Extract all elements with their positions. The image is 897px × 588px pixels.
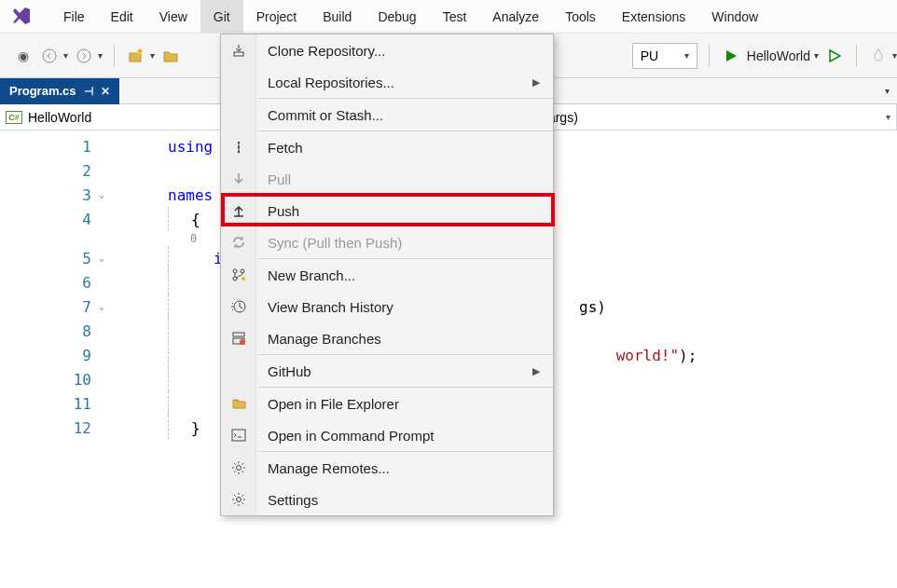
- svg-point-19: [237, 466, 242, 471]
- svg-point-10: [233, 269, 237, 273]
- git-menu-github[interactable]: GitHub▶: [221, 355, 553, 387]
- menu-item-label: New Branch...: [268, 267, 355, 283]
- fold-toggle-icon[interactable]: ⌄: [99, 253, 110, 264]
- git-menu-open-in-file-explorer[interactable]: Open in File Explorer: [221, 388, 553, 419]
- open-file-button[interactable]: [160, 46, 181, 66]
- line-number: 2: [0, 158, 112, 183]
- submenu-arrow-icon: ▶: [532, 76, 540, 89]
- gear-icon: [221, 484, 256, 515]
- git-menu-local-repositories[interactable]: Local Repositories...▶: [221, 66, 553, 98]
- branch-icon: [221, 259, 256, 291]
- git-menu-push[interactable]: Push: [221, 195, 553, 226]
- menu-item-label: Manage Branches: [268, 331, 381, 347]
- menu-item-label: GitHub: [268, 363, 311, 379]
- line-number: 9: [0, 343, 112, 367]
- line-number: 7⌄: [0, 294, 112, 319]
- hot-reload-dropdown-icon[interactable]: ▾: [892, 50, 897, 61]
- menu-item-label: Settings: [268, 492, 318, 508]
- project-scope-text: HelloWorld: [28, 110, 91, 125]
- line-number: 5⌄: [0, 246, 112, 270]
- line-number: 6: [0, 270, 112, 294]
- fold-toggle-icon[interactable]: ⌄: [99, 189, 110, 200]
- menu-debug[interactable]: Debug: [365, 0, 429, 33]
- nav-forward-button[interactable]: [74, 46, 94, 66]
- menu-item-label: Commit or Stash...: [268, 107, 383, 123]
- menu-item-label: Sync (Pull then Push): [268, 235, 402, 251]
- menu-item-label: Push: [268, 203, 299, 219]
- menu-file[interactable]: File: [50, 0, 98, 33]
- tabstrip-overflow-icon[interactable]: ▾: [885, 86, 890, 96]
- git-menu-manage-remotes[interactable]: Manage Remotes...: [221, 452, 553, 484]
- git-menu-view-branch-history[interactable]: View Branch History: [221, 291, 553, 322]
- vs-logo-icon: [9, 5, 34, 29]
- chevron-down-icon: ▾: [886, 112, 890, 122]
- startup-project-label[interactable]: HelloWorld: [747, 48, 810, 63]
- blank-icon: [221, 99, 256, 130]
- line-number: 4: [0, 207, 112, 231]
- toolbar-overflow-icon[interactable]: ◉: [13, 46, 34, 66]
- line-number: 11: [0, 391, 112, 416]
- git-menu-commit-or-stash[interactable]: Commit or Stash...: [221, 99, 553, 130]
- pin-icon[interactable]: ⊣: [84, 85, 93, 98]
- git-menu-settings[interactable]: Settings: [221, 484, 553, 515]
- menu-item-label: View Branch History: [268, 299, 393, 315]
- fold-toggle-icon[interactable]: ⌄: [99, 301, 110, 312]
- fetch-icon: [221, 131, 256, 163]
- menu-window[interactable]: Window: [698, 0, 771, 33]
- git-menu-new-branch[interactable]: New Branch...: [221, 259, 553, 291]
- menu-analyze[interactable]: Analyze: [479, 0, 552, 33]
- svg-rect-18: [232, 430, 245, 441]
- platform-combo-text: PU: [641, 48, 658, 63]
- terminal-icon: [221, 419, 256, 451]
- menu-item-label: Manage Remotes...: [268, 460, 390, 476]
- pull-icon: [221, 163, 256, 195]
- line-number: 12: [0, 416, 112, 440]
- document-tab[interactable]: Program.cs ⊣ ✕: [0, 78, 119, 104]
- nav-back-button[interactable]: [39, 46, 60, 66]
- clone-icon: [221, 34, 256, 66]
- menu-extensions[interactable]: Extensions: [609, 0, 698, 33]
- git-menu-pull: Pull: [221, 163, 553, 195]
- svg-point-0: [43, 49, 56, 62]
- svg-rect-2: [130, 53, 141, 62]
- git-menu-clone-repository[interactable]: Clone Repository...: [221, 34, 553, 66]
- git-menu-fetch[interactable]: Fetch: [221, 131, 553, 163]
- menu-item-label: Local Repositories...: [268, 75, 394, 90]
- menu-bar: FileEditViewGitProjectBuildDebugTestAnal…: [0, 0, 897, 34]
- menu-git[interactable]: Git: [200, 0, 243, 33]
- svg-point-12: [241, 269, 244, 273]
- startup-project-dropdown-icon[interactable]: ▾: [814, 50, 819, 61]
- menu-item-label: Pull: [268, 171, 291, 187]
- history-icon: [221, 291, 256, 322]
- menu-project[interactable]: Project: [243, 0, 310, 33]
- manage-icon: [221, 322, 256, 354]
- document-tab-title: Program.cs: [9, 84, 76, 98]
- svg-point-20: [237, 498, 242, 502]
- svg-rect-6: [234, 52, 243, 56]
- start-without-debug-button[interactable]: [824, 46, 845, 66]
- menu-build[interactable]: Build: [310, 0, 365, 33]
- menu-edit[interactable]: Edit: [98, 0, 146, 33]
- toolbar-separator: [709, 45, 710, 67]
- nav-fwd-dropdown-icon[interactable]: ▾: [98, 50, 103, 61]
- svg-point-17: [240, 339, 245, 345]
- platform-combo[interactable]: PU ▾: [632, 43, 697, 69]
- menu-test[interactable]: Test: [430, 0, 480, 33]
- csharp-badge-icon: C#: [6, 111, 22, 124]
- line-number: 10: [0, 367, 112, 391]
- nav-back-dropdown-icon[interactable]: ▾: [63, 50, 68, 61]
- start-debug-button[interactable]: [721, 46, 741, 66]
- menu-tools[interactable]: Tools: [552, 0, 609, 33]
- hot-reload-button[interactable]: [868, 46, 889, 66]
- menu-view[interactable]: View: [146, 0, 200, 33]
- svg-point-1: [77, 49, 90, 62]
- menu-item-label: Clone Repository...: [268, 43, 385, 59]
- git-menu-sync-pull-then-push: Sync (Pull then Push): [221, 226, 553, 258]
- git-menu-open-in-command-prompt[interactable]: Open in Command Prompt: [221, 419, 553, 451]
- close-icon[interactable]: ✕: [101, 85, 110, 98]
- new-project-button[interactable]: [126, 46, 146, 66]
- git-menu-manage-branches[interactable]: Manage Branches: [221, 322, 553, 354]
- menu-item-label: Fetch: [268, 140, 303, 156]
- new-project-dropdown-icon[interactable]: ▾: [150, 50, 155, 61]
- toolbar-separator: [856, 45, 857, 67]
